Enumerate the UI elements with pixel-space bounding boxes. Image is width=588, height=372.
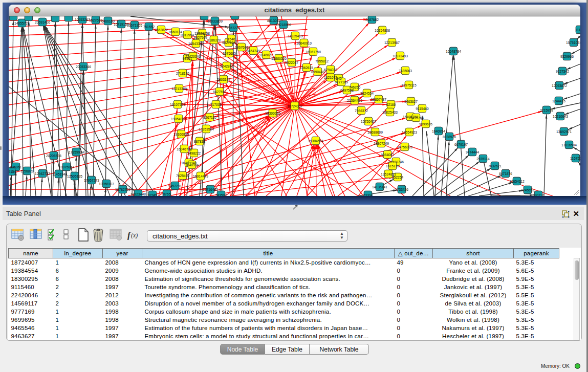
svg-text:3215958: 3215958 xyxy=(540,108,553,112)
svg-text:17016504: 17016504 xyxy=(561,143,577,147)
svg-text:9827509: 9827509 xyxy=(194,36,207,39)
svg-text:9827508: 9827508 xyxy=(222,41,235,45)
svg-text:92345: 92345 xyxy=(148,193,158,196)
svg-text:1156829: 1156829 xyxy=(20,169,34,173)
svg-text:7986372: 7986372 xyxy=(355,109,368,113)
svg-text:10654112: 10654112 xyxy=(509,180,525,183)
svg-text:9474444: 9474444 xyxy=(466,150,479,154)
svg-text:9084067: 9084067 xyxy=(381,153,394,157)
svg-text:8454749: 8454749 xyxy=(247,49,260,53)
svg-text:12093872: 12093872 xyxy=(552,84,567,87)
svg-text:19654923: 19654923 xyxy=(402,130,417,134)
svg-text:7955812: 7955812 xyxy=(315,59,329,63)
svg-text:13353504: 13353504 xyxy=(199,127,214,131)
svg-text:18807249: 18807249 xyxy=(374,142,389,145)
svg-text:3498222: 3498222 xyxy=(187,151,201,155)
svg-text:1244415: 1244415 xyxy=(552,99,565,103)
svg-text:15886520: 15886520 xyxy=(271,57,287,60)
svg-text:1145194: 1145194 xyxy=(52,172,66,176)
svg-text:10975867: 10975867 xyxy=(59,165,74,169)
svg-text:14136141: 14136141 xyxy=(372,185,387,189)
svg-text:7663822: 7663822 xyxy=(155,28,168,32)
svg-text:8427552: 8427552 xyxy=(213,90,226,94)
svg-text:16671355: 16671355 xyxy=(127,24,142,27)
svg-text:12213389: 12213389 xyxy=(171,87,187,91)
svg-text:10688609: 10688609 xyxy=(367,130,383,134)
svg-text:1640994: 1640994 xyxy=(185,163,199,167)
svg-text:73304: 73304 xyxy=(363,193,373,196)
svg-text:10973493: 10973493 xyxy=(393,54,408,58)
svg-text:39154: 39154 xyxy=(9,170,16,173)
svg-text:1621072: 1621072 xyxy=(324,76,337,79)
svg-text:2087682: 2087682 xyxy=(365,18,379,21)
svg-text:2718176: 2718176 xyxy=(176,72,189,75)
svg-text:5322037: 5322037 xyxy=(285,61,298,64)
svg-text:15716485: 15716485 xyxy=(203,188,218,191)
svg-text:1640954: 1640954 xyxy=(432,129,445,133)
svg-text:6679197: 6679197 xyxy=(454,143,468,146)
svg-text:15720407: 15720407 xyxy=(361,120,376,123)
svg-text:1362615: 1362615 xyxy=(300,66,313,70)
svg-text:18300295: 18300295 xyxy=(265,112,280,115)
svg-text:16914479: 16914479 xyxy=(193,174,208,178)
svg-text:8186328: 8186328 xyxy=(207,38,221,42)
svg-text:6794028: 6794028 xyxy=(324,68,337,72)
svg-text:7632621: 7632621 xyxy=(488,164,502,168)
svg-text:18724007: 18724007 xyxy=(287,104,302,108)
svg-text:16543382: 16543382 xyxy=(188,42,204,46)
svg-text:9777169: 9777169 xyxy=(335,80,348,84)
svg-text:16210643: 16210643 xyxy=(553,115,568,118)
svg-text:252254: 252254 xyxy=(392,176,404,179)
svg-text:16154808: 16154808 xyxy=(375,29,390,32)
svg-text:9115460: 9115460 xyxy=(416,107,429,111)
svg-text:19384554: 19384554 xyxy=(308,139,323,143)
svg-text:835061: 835061 xyxy=(10,165,22,169)
svg-text:17957273: 17957273 xyxy=(84,179,99,182)
svg-text:2935114: 2935114 xyxy=(476,157,490,161)
svg-text:(x): (x) xyxy=(131,232,138,239)
svg-text:10653267: 10653267 xyxy=(75,18,90,21)
svg-text:11325419: 11325419 xyxy=(288,34,303,38)
svg-text:8765: 8765 xyxy=(163,192,171,196)
svg-text:10807487: 10807487 xyxy=(371,98,386,101)
svg-text:19166825: 19166825 xyxy=(173,133,189,136)
svg-text:16107553: 16107553 xyxy=(170,103,185,106)
svg-text:7357224: 7357224 xyxy=(227,26,240,30)
svg-text:1733426: 1733426 xyxy=(395,188,408,191)
svg-text:8813054: 8813054 xyxy=(267,19,280,23)
svg-text:21364436: 21364436 xyxy=(347,99,362,102)
svg-text:12975115: 12975115 xyxy=(401,83,417,87)
svg-text:930112: 930112 xyxy=(533,193,544,196)
svg-text:11174: 11174 xyxy=(575,28,580,32)
svg-text:9245652: 9245652 xyxy=(521,188,534,192)
svg-text:20053346: 20053346 xyxy=(76,65,91,69)
svg-text:717006: 717006 xyxy=(210,103,222,106)
svg-text:15751074: 15751074 xyxy=(566,41,580,45)
svg-text:2803144: 2803144 xyxy=(217,78,230,81)
svg-text:2867608: 2867608 xyxy=(235,46,248,49)
svg-text:7485063: 7485063 xyxy=(399,69,412,73)
svg-text:8912954: 8912954 xyxy=(181,33,194,37)
svg-text:1546: 1546 xyxy=(228,37,235,41)
svg-text:19054925: 19054925 xyxy=(171,117,186,121)
svg-text:9242848: 9242848 xyxy=(220,64,233,68)
svg-text:22420046: 22420046 xyxy=(185,55,201,58)
svg-text:8990448: 8990448 xyxy=(311,70,324,74)
svg-text:16120746: 16120746 xyxy=(388,160,404,164)
svg-text:243502: 243502 xyxy=(215,193,227,196)
svg-text:16648784: 16648784 xyxy=(446,50,461,53)
svg-text:9329966: 9329966 xyxy=(560,55,574,58)
svg-text:62160: 62160 xyxy=(386,103,396,106)
svg-text:7625402: 7625402 xyxy=(176,174,189,178)
svg-text:19756928: 19756928 xyxy=(397,145,412,149)
svg-text:19218506: 19218506 xyxy=(276,23,291,27)
svg-text:20691406: 20691406 xyxy=(35,20,50,24)
svg-text:9463627: 9463627 xyxy=(404,100,418,103)
svg-text:887833: 887833 xyxy=(194,140,206,143)
svg-text:116753: 116753 xyxy=(570,157,580,160)
svg-text:245: 245 xyxy=(336,77,341,80)
svg-text:8267110: 8267110 xyxy=(203,116,216,119)
svg-text:9699695: 9699695 xyxy=(419,122,432,126)
svg-text:8471876: 8471876 xyxy=(499,172,512,176)
svg-text:9146821: 9146821 xyxy=(259,53,273,57)
